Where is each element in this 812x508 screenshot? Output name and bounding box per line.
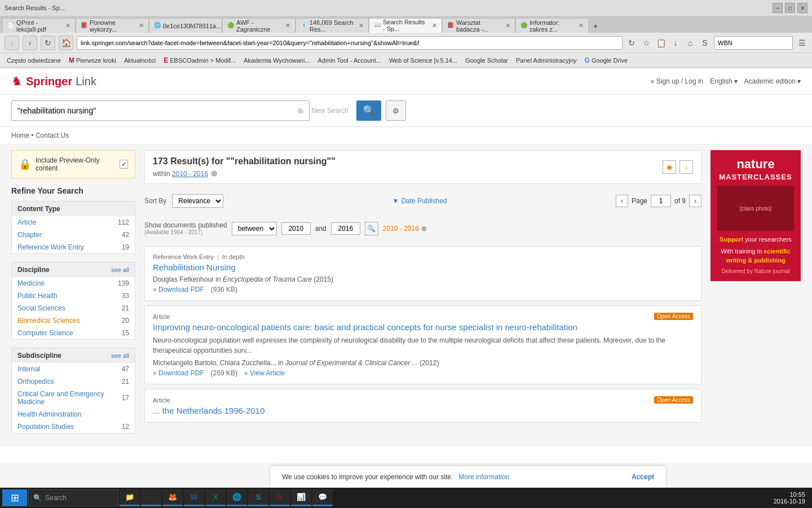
filter-chapter[interactable]: Chapter 42 <box>12 229 135 241</box>
tab-close-4[interactable]: ✕ <box>285 22 290 29</box>
filter-population[interactable]: Population Studies 12 <box>12 421 135 433</box>
filter-social-sciences[interactable]: Social Sciences 21 <box>12 302 135 314</box>
filter-refwork[interactable]: Reference Work Entry 19 <box>12 241 135 253</box>
edition-selector[interactable]: Academic edition ▾ <box>744 77 801 85</box>
header-right: » Sign up / Log in English ▾ Academic ed… <box>651 77 801 85</box>
nature-masterclasses-ad[interactable]: nature MASTERCLASSES [class photo] Suppo… <box>710 150 801 281</box>
prev-page-button[interactable]: ‹ <box>616 195 628 207</box>
date-range-close[interactable]: ⊗ <box>211 169 218 178</box>
filter-biomedical[interactable]: Biomedical Sciences 20 <box>12 314 135 327</box>
filter-health-admin[interactable]: Health Administration <box>12 408 135 421</box>
filter-chapter-count: 42 <box>122 231 129 239</box>
back-button[interactable]: ‹ <box>5 36 19 50</box>
sort-select[interactable]: Relevance <box>172 194 223 208</box>
maximize-button[interactable]: □ <box>785 3 795 13</box>
sign-in-link[interactable]: » Sign up / Log in <box>651 77 703 85</box>
result-1-meta: Reference Work Entry | In depth <box>153 253 693 260</box>
result-2-source-label: in <box>278 359 285 367</box>
filter-computer-science[interactable]: Computer Science 15 <box>12 327 135 339</box>
tab-close-5[interactable]: ✕ <box>359 22 364 29</box>
filter-public-health[interactable]: Public Health 33 <box>12 290 135 302</box>
filter-computer-science-count: 15 <box>122 329 129 337</box>
result-3-title[interactable]: ... the Netherlands 1996-2010 <box>153 406 693 415</box>
address-bar[interactable] <box>77 36 623 50</box>
springer-logo[interactable]: ♞ Springer Link <box>11 74 96 89</box>
page-input[interactable] <box>651 195 671 207</box>
date-to-input[interactable] <box>331 222 360 235</box>
date-tag-close[interactable]: ⊗ <box>421 225 427 233</box>
tab-close-2[interactable]: ✕ <box>139 22 144 29</box>
bookmark-label: EBSCOadmin > Modif... <box>170 57 236 64</box>
filter-article[interactable]: Article 112 <box>12 216 135 229</box>
tab-favicon-3: 🌐 <box>154 22 161 30</box>
tab-5[interactable]: 📧 146,069 Search Res... ✕ <box>295 18 369 33</box>
result-2-view-link[interactable]: » View Article <box>244 369 285 377</box>
filter-medicine[interactable]: Medicine 139 <box>12 277 135 290</box>
bookmark-pierwsze[interactable]: M Pierwsze kroki <box>67 56 118 65</box>
bookmark-label: Często odwiedzane <box>7 57 61 64</box>
filter-critical-care-name: Critical Care and Emergency Medicine <box>17 390 122 406</box>
menu-icon[interactable]: ☰ <box>796 37 807 49</box>
search-clear-icon[interactable]: ⊗ <box>297 106 304 115</box>
result-2-title[interactable]: Improving neuro-oncological patients car… <box>153 322 693 332</box>
search-submit-button[interactable]: 🔍 <box>356 100 381 121</box>
preview-checkbox[interactable]: ✓ <box>120 160 128 169</box>
date-mode-select[interactable]: between <box>232 222 277 235</box>
result-1-pdf-link[interactable]: » Download PDF <box>153 286 204 294</box>
filter-orthopedics[interactable]: Orthopedics 21 <box>12 375 135 388</box>
bookmark-wos[interactable]: Web of Science [v.5.14... <box>387 56 460 64</box>
breadcrumb-contact[interactable]: Contact Us <box>36 132 69 139</box>
date-range-tag[interactable]: 2010 - 2016 <box>172 170 208 178</box>
date-from-input[interactable] <box>281 222 311 235</box>
search-input[interactable] <box>11 100 310 121</box>
ad-image-placeholder: [class photo] <box>740 205 771 212</box>
home-nav-icon[interactable]: ⌂ <box>685 37 696 49</box>
bookmark-akademia[interactable]: Akademia Wychowani... <box>241 56 312 64</box>
bookmark-admin[interactable]: Admin Tool - Account... <box>316 56 383 64</box>
breadcrumb-home[interactable]: Home <box>11 132 29 139</box>
minimize-button[interactable]: ─ <box>773 3 783 13</box>
tab-7[interactable]: 📕 Warsztat badacza -... ✕ <box>442 18 515 33</box>
tab-close-8[interactable]: ✕ <box>579 22 584 29</box>
tab-close-7[interactable]: ✕ <box>505 22 510 29</box>
discipline-see-all[interactable]: see all <box>111 266 129 273</box>
filter-critical-care[interactable]: Critical Care and Emergency Medicine 17 <box>12 388 135 408</box>
browser-search-input[interactable] <box>714 36 793 50</box>
bookmark-icon[interactable]: 📋 <box>655 37 667 49</box>
forward-button[interactable]: › <box>23 36 37 50</box>
date-published-button[interactable]: ▼ Date Published <box>392 197 447 205</box>
save-icon[interactable]: ↓ <box>670 37 681 49</box>
home-button[interactable]: 🏠 <box>59 36 73 50</box>
bookmark-panel[interactable]: Panel Administracyjny <box>514 56 579 64</box>
close-button[interactable]: ✕ <box>797 3 807 13</box>
result-2-pdf-link[interactable]: » Download PDF <box>153 369 204 377</box>
bookmark-gdrive[interactable]: G Google Drive <box>582 56 630 65</box>
bookmark-aktualnosci[interactable]: Aktualności <box>122 56 158 64</box>
subdiscipline-see-all[interactable]: see all <box>111 352 129 359</box>
tab-close-6[interactable]: ✕ <box>432 22 437 29</box>
bookmark-scholar[interactable]: Google Scholar <box>463 56 510 64</box>
language-selector[interactable]: English ▾ <box>710 77 737 85</box>
skype-icon[interactable]: S <box>699 37 710 49</box>
result-1-title[interactable]: Rehabilitation Nursing <box>153 262 693 272</box>
refresh-button[interactable]: ↻ <box>41 36 55 50</box>
filter-internal[interactable]: Internal 47 <box>12 363 135 375</box>
new-search-button[interactable]: New Search <box>308 107 352 115</box>
rss-button[interactable]: ◉ <box>663 160 676 174</box>
refresh-icon[interactable]: ↻ <box>626 37 637 49</box>
tab-4[interactable]: 🟢 AWF - Zagraniczne ✕ <box>222 18 295 33</box>
download-button[interactable]: ↓ <box>679 160 693 174</box>
star-icon[interactable]: ☆ <box>641 37 652 49</box>
next-page-button[interactable]: › <box>689 195 701 207</box>
new-tab-button[interactable]: + <box>589 19 602 33</box>
tab-2[interactable]: 📕 Ponowne wykorzy... ✕ <box>76 18 149 33</box>
bookmark-ebsco[interactable]: E EBSCOadmin > Modif... <box>161 56 238 65</box>
tab-6[interactable]: 📖 Search Results - Sp... ✕ <box>369 18 442 33</box>
search-settings-button[interactable]: ⚙ <box>386 100 406 121</box>
tab-1[interactable]: 📄 QPrint - lekcja9.pdf ✕ <box>2 18 76 33</box>
tab-8[interactable]: 🟢 Informator: zakres z... ✕ <box>515 18 589 33</box>
tab-close-1[interactable]: ✕ <box>65 22 70 29</box>
tab-3[interactable]: 🌐 0e1ce130fd78911a... ✕ <box>149 18 222 33</box>
bookmark-frequently-visited[interactable]: Często odwiedzane <box>5 56 63 64</box>
date-search-button[interactable]: 🔍 <box>365 222 378 235</box>
